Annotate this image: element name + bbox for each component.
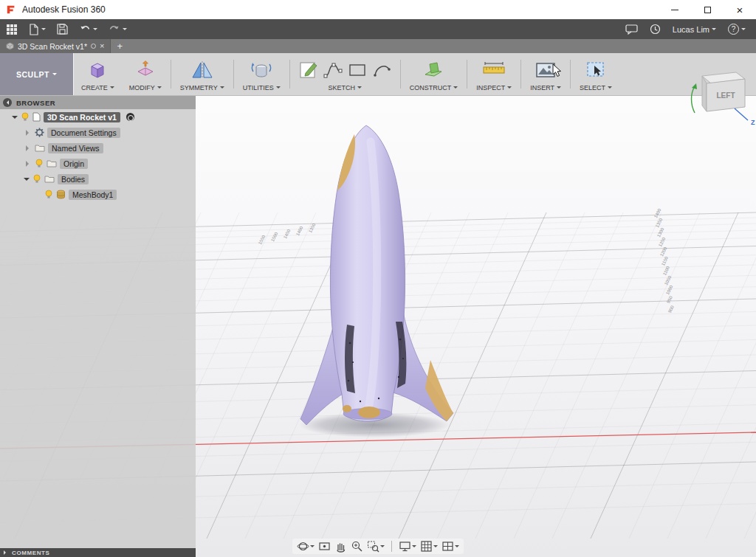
inspect-ruler-icon[interactable]	[482, 60, 506, 80]
view-cube-side-face[interactable]	[702, 76, 707, 111]
minimize-button[interactable]	[659, 0, 691, 19]
symmetry-icon[interactable]	[191, 60, 213, 80]
ribbon-group-create[interactable]: CREATE	[74, 53, 122, 95]
modify-form-icon[interactable]	[135, 60, 156, 80]
view-cube[interactable]: LEFT Z	[683, 61, 756, 129]
tree-item-label[interactable]: MeshBody1	[69, 190, 117, 200]
file-menu-button[interactable]	[29, 24, 46, 35]
close-tab-icon[interactable]: ×	[100, 42, 104, 50]
ribbon-group-modify[interactable]: MODIFY	[122, 53, 169, 95]
ribbon-group-utilities[interactable]: UTILITIES	[236, 53, 288, 95]
save-button[interactable]	[57, 24, 68, 35]
mouse-cursor	[552, 63, 563, 78]
maximize-button[interactable]	[691, 0, 724, 19]
grid-settings-button[interactable]	[420, 540, 438, 553]
comments-bar[interactable]: COMMENTS	[0, 548, 196, 557]
chevron-down-icon	[453, 86, 458, 91]
toolbar-divider	[233, 60, 234, 89]
ribbon-group-sketch[interactable]: SKETCH	[292, 53, 399, 95]
help-menu-button[interactable]: ?	[728, 24, 746, 35]
pan-hand-icon	[334, 540, 347, 553]
fusion-360-logo-icon	[6, 4, 16, 15]
construct-plane-icon[interactable]	[422, 60, 444, 80]
app-grid-icon[interactable]	[6, 24, 18, 35]
visibility-bulb-icon[interactable]	[32, 174, 41, 184]
plus-icon: +	[117, 41, 123, 52]
ribbon-group-select[interactable]: SELECT	[572, 53, 619, 95]
orbit-button[interactable]	[297, 540, 315, 553]
look-at-button[interactable]	[318, 540, 331, 553]
chevron-down-icon	[310, 545, 315, 550]
spline-icon[interactable]	[323, 60, 343, 80]
activate-document-radio[interactable]	[126, 113, 134, 121]
expand-arrow-icon[interactable]	[12, 116, 18, 122]
workspace-label: SCULPT	[16, 70, 49, 79]
tree-item-origin[interactable]: Origin	[0, 156, 196, 171]
tree-item-named-views[interactable]: Named Views	[0, 140, 196, 156]
select-icon[interactable]	[585, 60, 606, 80]
tree-item-label[interactable]: Document Settings	[47, 128, 120, 138]
chevron-down-icon	[110, 86, 114, 91]
ribbon-group-construct[interactable]: CONSTRUCT	[402, 53, 466, 95]
visibility-bulb-icon[interactable]	[35, 159, 44, 168]
tree-item-root[interactable]: 3D Scan Rocket v1	[0, 109, 196, 125]
tree-item-bodies[interactable]: Bodies	[0, 171, 196, 187]
display-settings-button[interactable]	[399, 540, 416, 553]
tree-item-label[interactable]: Named Views	[48, 143, 103, 153]
toolbar-divider	[289, 60, 290, 89]
redo-button[interactable]	[109, 24, 127, 35]
create-box-icon[interactable]	[87, 60, 108, 80]
chevron-down-icon	[52, 73, 57, 77]
expand-arrow-icon[interactable]	[26, 130, 32, 136]
group-label: CONSTRUCT	[410, 84, 452, 91]
chevron-down-icon	[276, 86, 281, 91]
tree-item-document-settings[interactable]: Document Settings	[0, 125, 196, 140]
ribbon-group-inspect[interactable]: INSPECT	[469, 53, 519, 95]
expand-arrow-icon[interactable]	[24, 178, 30, 184]
zoom-button[interactable]	[351, 540, 363, 553]
arc-icon[interactable]	[372, 60, 391, 80]
utilities-icon[interactable]	[251, 60, 272, 80]
user-account-menu[interactable]: Lucas Lim	[673, 25, 716, 34]
close-icon: ×	[737, 4, 743, 16]
visibility-bulb-icon[interactable]	[21, 112, 30, 122]
create-sketch-icon[interactable]	[299, 60, 318, 80]
chevron-down-icon	[741, 28, 746, 32]
browser-title: BROWSER	[16, 99, 55, 107]
undo-button[interactable]	[79, 24, 97, 35]
chevron-down-icon	[412, 545, 416, 550]
rectangle-icon[interactable]	[348, 60, 367, 80]
scan-patch	[358, 406, 380, 418]
group-label: INSPECT	[476, 84, 505, 91]
y-axis-arrow-icon	[692, 83, 698, 113]
user-name-label: Lucas Lim	[673, 25, 709, 34]
workspace-selector[interactable]: SCULPT	[0, 53, 74, 95]
comments-icon[interactable]	[625, 24, 638, 35]
job-status-clock-icon[interactable]	[650, 24, 661, 35]
chevron-down-icon	[455, 545, 459, 550]
file-icon	[29, 24, 39, 35]
new-tab-button[interactable]: +	[111, 39, 128, 53]
folder-icon	[44, 175, 55, 183]
collapse-browser-button[interactable]	[3, 98, 12, 107]
chevron-down-icon	[557, 86, 561, 91]
viewports-button[interactable]	[441, 540, 459, 553]
window-title: Autodesk Fusion 360	[22, 4, 106, 15]
tree-item-meshbody1[interactable]: MeshBody1	[0, 187, 196, 202]
group-label: INSERT	[530, 84, 554, 91]
document-tab[interactable]: 3D Scan Rocket v1* ×	[0, 39, 111, 53]
expand-arrow-icon[interactable]	[26, 161, 32, 167]
tree-item-label[interactable]: Origin	[60, 159, 88, 169]
title-bar: Autodesk Fusion 360 ×	[0, 0, 756, 19]
orbit-icon	[297, 540, 309, 553]
display-settings-icon	[399, 540, 411, 553]
scan-patch	[425, 360, 453, 421]
visibility-bulb-icon[interactable]	[44, 190, 53, 199]
close-button[interactable]: ×	[724, 0, 756, 19]
tree-item-label[interactable]: 3D Scan Rocket v1	[44, 112, 120, 122]
pan-button[interactable]	[334, 540, 347, 553]
expand-arrow-icon[interactable]	[26, 145, 32, 151]
tree-item-label[interactable]: Bodies	[58, 174, 89, 184]
fit-button[interactable]	[367, 540, 385, 553]
ribbon-group-symmetry[interactable]: SYMMETRY	[173, 53, 232, 95]
